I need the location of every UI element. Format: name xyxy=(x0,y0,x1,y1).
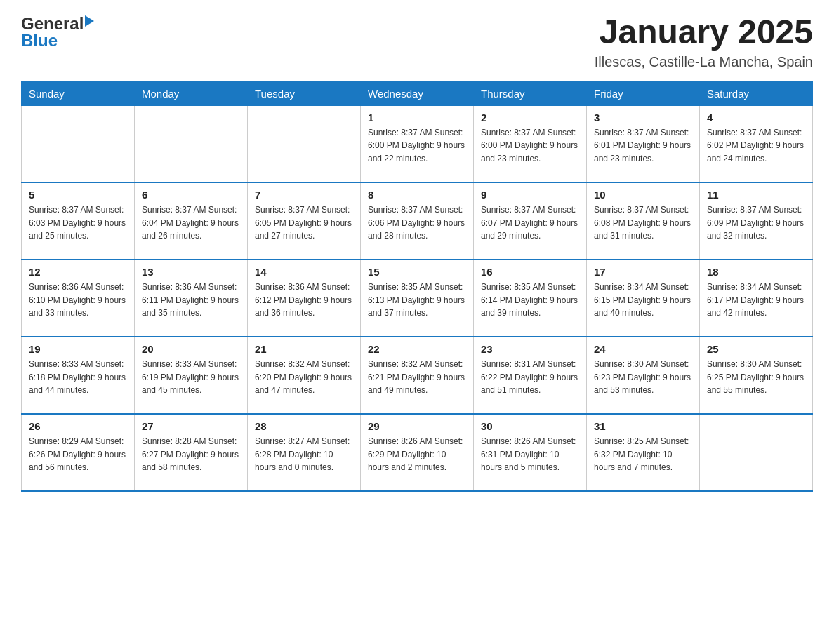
calendar-cell: 21Sunrise: 8:32 AM Sunset: 6:20 PM Dayli… xyxy=(248,337,361,414)
calendar-cell: 19Sunrise: 8:33 AM Sunset: 6:18 PM Dayli… xyxy=(22,337,135,414)
day-info: Sunrise: 8:32 AM Sunset: 6:20 PM Dayligh… xyxy=(255,358,353,397)
day-of-week-header: Wednesday xyxy=(361,81,474,105)
day-info: Sunrise: 8:36 AM Sunset: 6:11 PM Dayligh… xyxy=(142,281,240,320)
day-number: 13 xyxy=(142,266,240,278)
day-info: Sunrise: 8:34 AM Sunset: 6:17 PM Dayligh… xyxy=(707,281,805,320)
day-info: Sunrise: 8:37 AM Sunset: 6:08 PM Dayligh… xyxy=(594,203,692,243)
day-of-week-header: Monday xyxy=(135,81,248,105)
day-number: 31 xyxy=(594,420,692,432)
logo-blue-text: Blue xyxy=(21,31,58,51)
day-info: Sunrise: 8:37 AM Sunset: 6:00 PM Dayligh… xyxy=(481,126,579,166)
day-number: 17 xyxy=(594,266,692,278)
day-number: 8 xyxy=(368,189,466,201)
day-info: Sunrise: 8:33 AM Sunset: 6:19 PM Dayligh… xyxy=(142,358,240,397)
day-info: Sunrise: 8:28 AM Sunset: 6:27 PM Dayligh… xyxy=(142,435,240,474)
day-number: 25 xyxy=(707,343,805,355)
day-number: 11 xyxy=(707,189,805,201)
calendar-week-row: 12Sunrise: 8:36 AM Sunset: 6:10 PM Dayli… xyxy=(22,260,813,337)
day-of-week-header: Friday xyxy=(587,81,700,105)
calendar-table: SundayMondayTuesdayWednesdayThursdayFrid… xyxy=(21,81,813,492)
day-number: 5 xyxy=(29,189,127,201)
day-info: Sunrise: 8:25 AM Sunset: 6:32 PM Dayligh… xyxy=(594,435,692,474)
day-info: Sunrise: 8:37 AM Sunset: 6:04 PM Dayligh… xyxy=(142,203,240,243)
calendar-cell: 3Sunrise: 8:37 AM Sunset: 6:01 PM Daylig… xyxy=(587,105,700,182)
day-info: Sunrise: 8:37 AM Sunset: 6:06 PM Dayligh… xyxy=(368,203,466,243)
day-number: 16 xyxy=(481,266,579,278)
day-number: 23 xyxy=(481,343,579,355)
calendar-cell: 17Sunrise: 8:34 AM Sunset: 6:15 PM Dayli… xyxy=(587,260,700,337)
day-number: 18 xyxy=(707,266,805,278)
calendar-cell: 4Sunrise: 8:37 AM Sunset: 6:02 PM Daylig… xyxy=(700,105,813,182)
day-number: 2 xyxy=(481,112,579,123)
title-block: January 2025 Illescas, Castille-La Manch… xyxy=(595,14,813,70)
day-number: 10 xyxy=(594,189,692,201)
day-number: 22 xyxy=(368,343,466,355)
calendar-cell: 9Sunrise: 8:37 AM Sunset: 6:07 PM Daylig… xyxy=(474,182,587,260)
calendar-week-row: 26Sunrise: 8:29 AM Sunset: 6:26 PM Dayli… xyxy=(22,414,813,491)
calendar-cell xyxy=(248,105,361,182)
calendar-cell xyxy=(22,105,135,182)
calendar-cell: 25Sunrise: 8:30 AM Sunset: 6:25 PM Dayli… xyxy=(700,337,813,414)
day-number: 12 xyxy=(29,266,127,278)
calendar-cell: 11Sunrise: 8:37 AM Sunset: 6:09 PM Dayli… xyxy=(700,182,813,260)
calendar-cell: 14Sunrise: 8:36 AM Sunset: 6:12 PM Dayli… xyxy=(248,260,361,337)
day-number: 30 xyxy=(481,420,579,432)
day-info: Sunrise: 8:37 AM Sunset: 6:07 PM Dayligh… xyxy=(481,203,579,243)
day-number: 14 xyxy=(255,266,353,278)
calendar-cell: 1Sunrise: 8:37 AM Sunset: 6:00 PM Daylig… xyxy=(361,105,474,182)
day-of-week-header: Tuesday xyxy=(248,81,361,105)
calendar-cell: 30Sunrise: 8:26 AM Sunset: 6:31 PM Dayli… xyxy=(474,414,587,491)
day-info: Sunrise: 8:36 AM Sunset: 6:10 PM Dayligh… xyxy=(29,281,127,320)
calendar-week-row: 1Sunrise: 8:37 AM Sunset: 6:00 PM Daylig… xyxy=(22,105,813,182)
day-of-week-header: Thursday xyxy=(474,81,587,105)
calendar-cell: 27Sunrise: 8:28 AM Sunset: 6:27 PM Dayli… xyxy=(135,414,248,491)
day-number: 27 xyxy=(142,420,240,432)
day-number: 15 xyxy=(368,266,466,278)
day-info: Sunrise: 8:37 AM Sunset: 6:00 PM Dayligh… xyxy=(368,126,466,166)
day-info: Sunrise: 8:34 AM Sunset: 6:15 PM Dayligh… xyxy=(594,281,692,320)
day-info: Sunrise: 8:29 AM Sunset: 6:26 PM Dayligh… xyxy=(29,435,127,474)
calendar-cell: 15Sunrise: 8:35 AM Sunset: 6:13 PM Dayli… xyxy=(361,260,474,337)
calendar-cell: 28Sunrise: 8:27 AM Sunset: 6:28 PM Dayli… xyxy=(248,414,361,491)
calendar-cell: 23Sunrise: 8:31 AM Sunset: 6:22 PM Dayli… xyxy=(474,337,587,414)
calendar-cell xyxy=(135,105,248,182)
day-number: 6 xyxy=(142,189,240,201)
day-number: 7 xyxy=(255,189,353,201)
calendar-week-row: 5Sunrise: 8:37 AM Sunset: 6:03 PM Daylig… xyxy=(22,182,813,260)
calendar-cell: 8Sunrise: 8:37 AM Sunset: 6:06 PM Daylig… xyxy=(361,182,474,260)
calendar-cell: 31Sunrise: 8:25 AM Sunset: 6:32 PM Dayli… xyxy=(587,414,700,491)
calendar-cell: 26Sunrise: 8:29 AM Sunset: 6:26 PM Dayli… xyxy=(22,414,135,491)
day-number: 4 xyxy=(707,112,805,123)
day-number: 26 xyxy=(29,420,127,432)
day-number: 21 xyxy=(255,343,353,355)
calendar-cell: 22Sunrise: 8:32 AM Sunset: 6:21 PM Dayli… xyxy=(361,337,474,414)
day-info: Sunrise: 8:32 AM Sunset: 6:21 PM Dayligh… xyxy=(368,358,466,397)
day-info: Sunrise: 8:37 AM Sunset: 6:09 PM Dayligh… xyxy=(707,203,805,243)
day-number: 20 xyxy=(142,343,240,355)
day-info: Sunrise: 8:30 AM Sunset: 6:23 PM Dayligh… xyxy=(594,358,692,397)
day-info: Sunrise: 8:37 AM Sunset: 6:03 PM Dayligh… xyxy=(29,203,127,243)
day-info: Sunrise: 8:35 AM Sunset: 6:14 PM Dayligh… xyxy=(481,281,579,320)
calendar-cell: 18Sunrise: 8:34 AM Sunset: 6:17 PM Dayli… xyxy=(700,260,813,337)
calendar-cell: 24Sunrise: 8:30 AM Sunset: 6:23 PM Dayli… xyxy=(587,337,700,414)
calendar-cell: 7Sunrise: 8:37 AM Sunset: 6:05 PM Daylig… xyxy=(248,182,361,260)
day-info: Sunrise: 8:33 AM Sunset: 6:18 PM Dayligh… xyxy=(29,358,127,397)
calendar-cell: 6Sunrise: 8:37 AM Sunset: 6:04 PM Daylig… xyxy=(135,182,248,260)
day-info: Sunrise: 8:37 AM Sunset: 6:01 PM Dayligh… xyxy=(594,126,692,166)
logo-flag-icon xyxy=(85,15,94,27)
calendar-cell xyxy=(700,414,813,491)
calendar-cell: 12Sunrise: 8:36 AM Sunset: 6:10 PM Dayli… xyxy=(22,260,135,337)
calendar-cell: 20Sunrise: 8:33 AM Sunset: 6:19 PM Dayli… xyxy=(135,337,248,414)
day-info: Sunrise: 8:36 AM Sunset: 6:12 PM Dayligh… xyxy=(255,281,353,320)
day-number: 19 xyxy=(29,343,127,355)
calendar-cell: 5Sunrise: 8:37 AM Sunset: 6:03 PM Daylig… xyxy=(22,182,135,260)
calendar-cell: 13Sunrise: 8:36 AM Sunset: 6:11 PM Dayli… xyxy=(135,260,248,337)
day-info: Sunrise: 8:35 AM Sunset: 6:13 PM Dayligh… xyxy=(368,281,466,320)
day-info: Sunrise: 8:37 AM Sunset: 6:05 PM Dayligh… xyxy=(255,203,353,243)
day-number: 29 xyxy=(368,420,466,432)
day-number: 3 xyxy=(594,112,692,123)
month-title: January 2025 xyxy=(595,14,813,51)
day-info: Sunrise: 8:26 AM Sunset: 6:29 PM Dayligh… xyxy=(368,435,466,474)
calendar-cell: 2Sunrise: 8:37 AM Sunset: 6:00 PM Daylig… xyxy=(474,105,587,182)
calendar-header-row: SundayMondayTuesdayWednesdayThursdayFrid… xyxy=(22,81,813,105)
